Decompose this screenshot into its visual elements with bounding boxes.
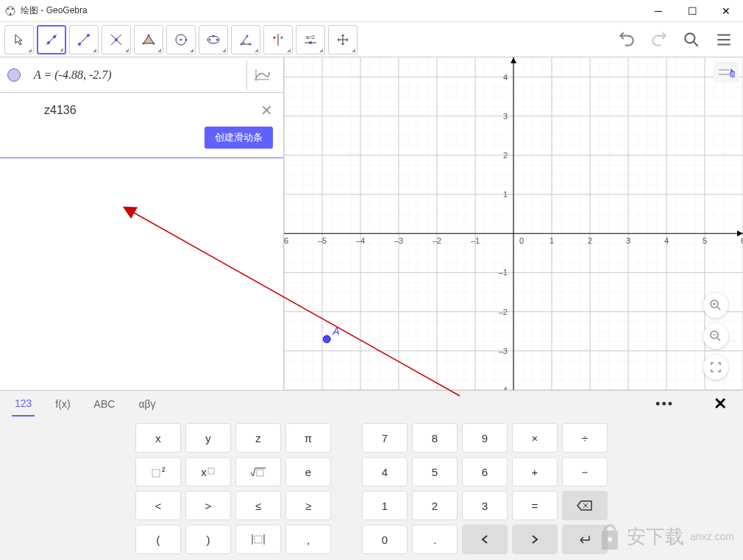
- svg-point-15: [153, 42, 155, 44]
- key->[interactable]: >: [185, 491, 231, 520]
- key-7[interactable]: 7: [362, 423, 408, 453]
- key-×[interactable]: ×: [512, 423, 558, 453]
- key-x[interactable]: x: [135, 423, 181, 453]
- key-|▫|[interactable]: [235, 525, 281, 554]
- key-▫²[interactable]: 2: [135, 457, 181, 486]
- virtual-keyboard: 123 f(x) ABC αβγ ••• ✕ xyzπ789×÷2xe456+−…: [0, 390, 743, 560]
- key-5[interactable]: 5: [412, 457, 458, 486]
- svg-text:1: 1: [550, 236, 554, 245]
- keyboard-more-button[interactable]: •••: [655, 397, 674, 412]
- key-<[interactable]: <: [135, 491, 181, 520]
- tool-segment[interactable]: [69, 25, 99, 54]
- graph-settings-button[interactable]: [714, 62, 739, 82]
- tool-slider[interactable]: a=2: [296, 25, 325, 54]
- svg-text:a=2: a=2: [306, 35, 315, 40]
- key-9[interactable]: 9: [462, 423, 508, 453]
- key-↵[interactable]: [562, 525, 608, 554]
- key-+[interactable]: +: [512, 457, 558, 486]
- tool-circle[interactable]: [166, 25, 196, 54]
- key-,[interactable]: ,: [285, 525, 331, 554]
- key-≤[interactable]: ≤: [235, 491, 281, 520]
- key-y[interactable]: y: [185, 423, 231, 453]
- svg-text:5: 5: [703, 236, 707, 245]
- kb-tab-fx[interactable]: f(x): [52, 392, 73, 416]
- clear-input-button[interactable]: ✕: [260, 102, 273, 119]
- fullscreen-button[interactable]: [703, 355, 728, 380]
- svg-point-5: [47, 41, 50, 44]
- key-e[interactable]: e: [285, 457, 331, 486]
- key-÷[interactable]: ÷: [562, 423, 608, 453]
- key-−[interactable]: −: [562, 457, 608, 486]
- key-)[interactable]: ): [185, 525, 231, 554]
- key-z[interactable]: z: [235, 423, 281, 453]
- svg-text:–3: –3: [499, 347, 508, 355]
- key-3[interactable]: 3: [462, 491, 508, 520]
- kb-tab-abc[interactable]: ABC: [91, 392, 118, 416]
- svg-text:–6: –6: [284, 236, 288, 245]
- key-6[interactable]: 6: [462, 457, 508, 486]
- key-1[interactable]: 1: [362, 491, 408, 520]
- key-4[interactable]: 4: [362, 457, 408, 486]
- svg-point-170: [323, 336, 330, 343]
- svg-text:4: 4: [503, 73, 508, 82]
- coordinate-plane[interactable]: –6–5–4–3–2–1123456–4–3–2–112340A: [284, 57, 743, 390]
- tool-angle[interactable]: [231, 25, 260, 54]
- svg-line-181: [717, 338, 720, 341]
- kb-tab-greek[interactable]: αβγ: [135, 392, 158, 416]
- svg-line-177: [717, 307, 720, 310]
- key-⌫[interactable]: [562, 491, 608, 520]
- tool-line[interactable]: [37, 25, 66, 54]
- titlebar: 绘图 - GeoGebra ─ ☐ ✕: [0, 0, 743, 22]
- svg-text:2: 2: [503, 151, 508, 160]
- svg-text:–4: –4: [356, 236, 365, 245]
- keyboard-close-button[interactable]: ✕: [714, 394, 727, 414]
- tool-pointer[interactable]: [4, 25, 34, 54]
- key-8[interactable]: 8: [412, 423, 458, 453]
- svg-point-9: [87, 34, 90, 37]
- maximize-button[interactable]: ☐: [675, 0, 709, 22]
- undo-button[interactable]: [612, 25, 641, 54]
- tool-polygon[interactable]: [134, 25, 163, 54]
- svg-point-33: [685, 33, 694, 43]
- zoom-in-button[interactable]: [703, 293, 728, 318]
- svg-text:–1: –1: [471, 236, 480, 245]
- tool-ellipse[interactable]: [199, 25, 228, 54]
- create-slider-button[interactable]: 创建滑动条: [205, 127, 273, 149]
- svg-point-23: [213, 35, 215, 37]
- tool-reflect[interactable]: [263, 25, 293, 54]
- close-button[interactable]: ✕: [709, 0, 743, 22]
- svg-point-18: [180, 38, 182, 40]
- svg-point-28: [274, 36, 276, 38]
- graph-view[interactable]: –6–5–4–3–2–1123456–4–3–2–112340A: [284, 57, 743, 390]
- object-label: A = (-4.88, -2.7): [34, 68, 112, 82]
- key-<[interactable]: [462, 525, 508, 554]
- algebra-object-row[interactable]: A = (-4.88, -2.7): [0, 57, 283, 93]
- key-0[interactable]: 0: [362, 525, 408, 554]
- menu-button[interactable]: [709, 25, 739, 54]
- search-button[interactable]: [677, 25, 706, 54]
- kb-tab-123[interactable]: 123: [12, 391, 35, 417]
- object-visibility-dot[interactable]: [7, 68, 21, 82]
- key-≥[interactable]: ≥: [285, 491, 331, 520]
- minimize-button[interactable]: ─: [641, 0, 675, 22]
- key-2[interactable]: 2: [412, 491, 458, 520]
- key->[interactable]: [512, 525, 558, 554]
- key-π[interactable]: π: [285, 423, 331, 453]
- svg-text:2: 2: [162, 466, 165, 473]
- key-xⁿ[interactable]: x: [185, 457, 231, 486]
- svg-point-24: [241, 43, 243, 45]
- key-=[interactable]: =: [512, 491, 558, 520]
- svg-point-21: [209, 38, 211, 40]
- tool-move-view[interactable]: [328, 25, 358, 54]
- key-([interactable]: (: [135, 525, 181, 554]
- svg-point-32: [309, 41, 312, 44]
- toggle-view-button[interactable]: [246, 60, 276, 90]
- svg-text:4: 4: [664, 236, 669, 245]
- zoom-out-button[interactable]: [703, 324, 728, 349]
- input-field[interactable]: z4136: [10, 104, 77, 117]
- svg-text:–2: –2: [499, 308, 508, 316]
- key-√▫[interactable]: [235, 457, 281, 486]
- tool-perpendicular[interactable]: [102, 25, 131, 54]
- redo-button[interactable]: [644, 25, 674, 54]
- key-.[interactable]: .: [412, 525, 458, 554]
